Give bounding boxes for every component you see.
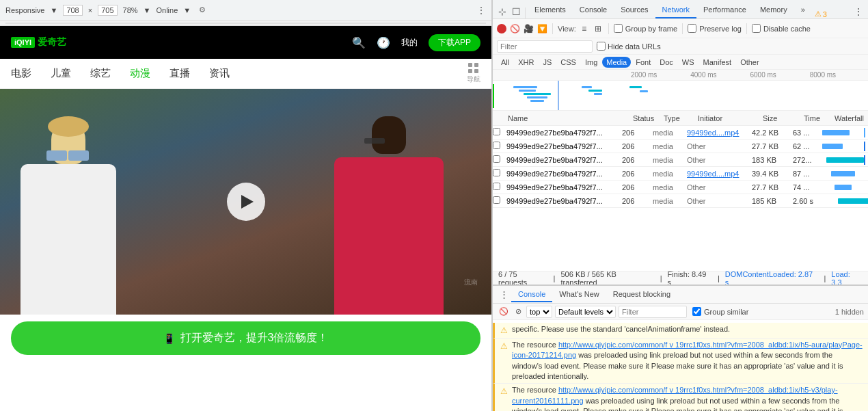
type-tab-ws[interactable]: WS bbox=[678, 57, 699, 68]
devtools-more-icon[interactable]: ⋮ bbox=[852, 5, 865, 18]
warning-badge[interactable]: ⚠ 3 bbox=[815, 10, 827, 18]
filter-icon-btn[interactable]: 🔽 bbox=[537, 23, 547, 34]
tab-network[interactable]: Network bbox=[655, 2, 696, 18]
devtools-tab-bar: ⊹ ☐ Elements Console Sources Network Per… bbox=[493, 0, 868, 19]
col-header-time[interactable]: Time bbox=[801, 114, 832, 122]
devtools-icon-device[interactable]: ☐ bbox=[509, 5, 523, 18]
col-header-size[interactable]: Size bbox=[760, 114, 801, 122]
console-link[interactable]: http://www.qiyipic.com/common/f v 19rrc1… bbox=[512, 341, 863, 359]
type-tab-js[interactable]: JS bbox=[539, 57, 556, 68]
console-tab-request-blocking[interactable]: Request blocking bbox=[606, 287, 677, 302]
video-background: 流南 bbox=[0, 89, 491, 315]
table-row[interactable]: 99499ed9e27be9ba4792f7... 206 media Othe… bbox=[493, 194, 868, 208]
type-tab-css[interactable]: CSS bbox=[556, 57, 580, 68]
col-header-initiator[interactable]: Initiator bbox=[695, 114, 760, 122]
col-header-type[interactable]: Type bbox=[661, 114, 695, 122]
row-initiator[interactable]: 99499ed....mp4 bbox=[684, 170, 749, 178]
tab-performance[interactable]: Performance bbox=[696, 2, 753, 18]
nav-movies[interactable]: 电影 bbox=[11, 67, 31, 80]
view-list-btn[interactable]: ≡ bbox=[579, 23, 590, 34]
toolbar-sep3 bbox=[682, 23, 683, 34]
tab-more[interactable]: » bbox=[794, 2, 812, 18]
open-app-button[interactable]: 📱 打开爱奇艺，提升3倍流畅度！ bbox=[11, 321, 480, 355]
type-tab-xhr[interactable]: XHR bbox=[514, 57, 538, 68]
preserve-log-label[interactable]: Preserve log bbox=[688, 24, 742, 33]
hide-urls-label[interactable]: Hide data URLs bbox=[597, 42, 661, 51]
devtools-icon-cursor[interactable]: ⊹ bbox=[496, 5, 509, 18]
resize-handle-strip[interactable] bbox=[0, 21, 491, 26]
type-tab-other[interactable]: Other bbox=[736, 57, 763, 68]
dim-width[interactable]: 708 bbox=[63, 5, 82, 16]
type-tab-doc[interactable]: Doc bbox=[655, 57, 677, 68]
record-button[interactable] bbox=[497, 24, 506, 34]
console-link[interactable]: http://www.qiyipic.com/common/f v 19rrc1… bbox=[512, 386, 838, 404]
nav-kids[interactable]: 儿童 bbox=[51, 67, 71, 80]
online-label[interactable]: Online bbox=[156, 6, 178, 14]
group-similar-label[interactable]: Group similar bbox=[692, 307, 748, 316]
download-app-button[interactable]: 下载APP bbox=[429, 34, 480, 51]
responsive-label[interactable]: Responsive bbox=[5, 6, 44, 14]
tab-sources[interactable]: Sources bbox=[614, 2, 655, 18]
row-checkbox[interactable] bbox=[493, 183, 500, 190]
disable-cache-checkbox[interactable] bbox=[752, 24, 761, 33]
table-row[interactable]: 99499ed9e27be9ba4792f7... 206 media 9949… bbox=[493, 126, 868, 140]
type-tab-img[interactable]: Img bbox=[581, 57, 601, 68]
nav-anime[interactable]: 动漫 bbox=[130, 67, 150, 80]
console-tab-whats-new[interactable]: What's New bbox=[552, 287, 606, 302]
row-checkbox[interactable] bbox=[493, 142, 500, 149]
preserve-log-checkbox[interactable] bbox=[688, 24, 696, 33]
tab-memory[interactable]: Memory bbox=[753, 2, 794, 18]
nav-more[interactable]: 导航 bbox=[467, 63, 480, 84]
nav-more-label: 导航 bbox=[467, 75, 480, 84]
table-row[interactable]: 99499ed9e27be9ba4792f7... 206 media Othe… bbox=[493, 181, 868, 194]
row-name: 99499ed9e27be9ba4792f7... bbox=[504, 197, 619, 205]
console-tab-console[interactable]: Console bbox=[511, 287, 552, 302]
tab-console[interactable]: Console bbox=[573, 2, 614, 18]
dim-height[interactable]: 705 bbox=[98, 5, 117, 16]
disable-cache-label[interactable]: Disable cache bbox=[752, 24, 811, 33]
clear-button[interactable]: 🎥 bbox=[523, 23, 534, 34]
stop-button[interactable]: 🚫 bbox=[509, 23, 520, 34]
user-label[interactable]: 我的 bbox=[401, 37, 418, 49]
row-checkbox[interactable] bbox=[493, 169, 500, 176]
console-levels-select[interactable]: Default levels bbox=[555, 306, 616, 318]
console-stop-btn[interactable]: ⊘ bbox=[513, 307, 524, 316]
row-checkbox[interactable] bbox=[493, 196, 500, 204]
nav-variety[interactable]: 综艺 bbox=[90, 67, 111, 80]
search-icon[interactable]: 🔍 bbox=[352, 36, 366, 49]
console-filter-input[interactable] bbox=[619, 306, 687, 318]
group-similar-checkbox[interactable] bbox=[692, 307, 701, 316]
col-header-waterfall[interactable]: Waterfall bbox=[832, 114, 868, 122]
type-tab-manifest[interactable]: Manifest bbox=[699, 57, 736, 68]
row-size: 27.7 KB bbox=[749, 142, 790, 150]
tab-elements[interactable]: Elements bbox=[528, 2, 573, 18]
settings-icon[interactable]: ⚙ bbox=[199, 5, 206, 14]
row-checkbox[interactable] bbox=[493, 155, 500, 163]
table-row[interactable]: 99499ed9e27be9ba4792f7... 206 media Othe… bbox=[493, 153, 868, 167]
row-initiator[interactable]: 99499ed....mp4 bbox=[684, 129, 749, 137]
group-by-frame-label[interactable]: Group by frame bbox=[614, 24, 677, 33]
table-row[interactable]: 99499ed9e27be9ba4792f7... 206 media Othe… bbox=[493, 140, 868, 153]
history-icon[interactable]: 🕐 bbox=[377, 36, 390, 49]
col-header-status[interactable]: Status bbox=[630, 114, 661, 122]
type-tab-all[interactable]: All bbox=[497, 57, 513, 68]
col-header-name[interactable]: Name bbox=[504, 114, 630, 122]
play-button[interactable] bbox=[227, 183, 265, 221]
row-checkbox[interactable] bbox=[493, 128, 500, 135]
table-row[interactable]: 99499ed9e27be9ba4792f7... 206 media 9949… bbox=[493, 167, 868, 181]
view-large-btn[interactable]: ⊞ bbox=[593, 23, 603, 34]
console-tab-dots[interactable]: ⋮ bbox=[497, 289, 511, 300]
hide-urls-checkbox[interactable] bbox=[597, 42, 606, 51]
toolbar-more-icon[interactable]: ⋮ bbox=[476, 5, 486, 16]
group-by-frame-checkbox[interactable] bbox=[614, 24, 623, 33]
console-clear-btn[interactable]: 🚫 bbox=[497, 307, 511, 316]
filter-input[interactable] bbox=[497, 40, 593, 53]
console-context-select[interactable]: top bbox=[526, 306, 552, 318]
type-tab-font[interactable]: Font bbox=[632, 57, 655, 68]
ruler-2000: 2000 ms bbox=[629, 71, 689, 79]
video-player[interactable]: 流南 bbox=[0, 89, 491, 315]
nav-live[interactable]: 直播 bbox=[169, 67, 190, 80]
zoom-label[interactable]: 78% bbox=[123, 6, 138, 14]
nav-news[interactable]: 资讯 bbox=[209, 67, 230, 80]
type-tab-media[interactable]: Media bbox=[602, 57, 631, 68]
